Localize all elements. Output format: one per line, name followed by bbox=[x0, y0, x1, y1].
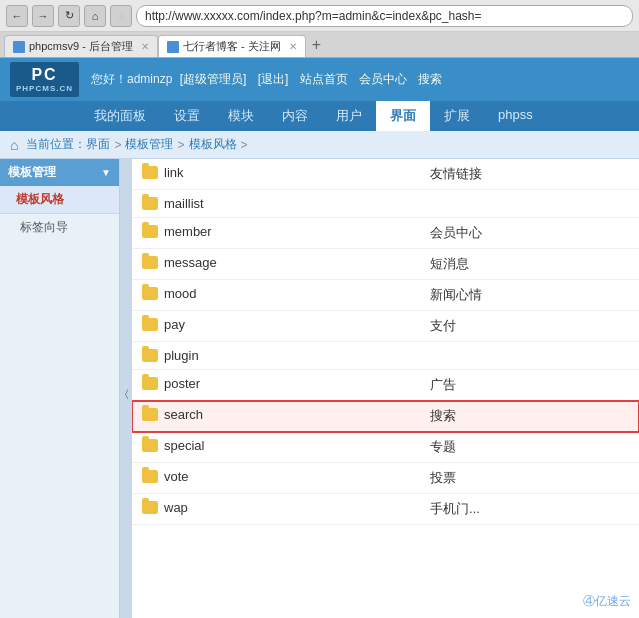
forward-button[interactable]: → bbox=[32, 5, 54, 27]
cms-logo-text: PC bbox=[31, 66, 57, 84]
folder-icon bbox=[142, 225, 158, 238]
breadcrumb-sep3: > bbox=[177, 138, 184, 152]
file-name: pay bbox=[164, 317, 185, 332]
file-name: plugin bbox=[164, 348, 199, 363]
tab-qixingzhe[interactable]: 七行者博客 - 关注网 ✕ bbox=[158, 35, 306, 57]
table-row[interactable]: pay支付 bbox=[132, 311, 639, 342]
sidebar-item-tag-wizard[interactable]: 标签向导 bbox=[0, 214, 119, 241]
new-tab-button[interactable]: + bbox=[306, 33, 327, 57]
file-name: search bbox=[164, 407, 203, 422]
nav-settings[interactable]: 设置 bbox=[160, 101, 214, 131]
refresh-button[interactable]: ↻ bbox=[58, 5, 80, 27]
table-row[interactable]: search搜索 bbox=[132, 401, 639, 432]
table-row[interactable]: special专题 bbox=[132, 432, 639, 463]
cms-nav: 我的面板 设置 模块 内容 用户 界面 扩展 phpss bbox=[0, 101, 639, 131]
file-description: 友情链接 bbox=[420, 159, 639, 190]
folder-icon bbox=[142, 501, 158, 514]
home-icon: ⌂ bbox=[10, 137, 18, 153]
content-area: link友情链接maillistmember会员中心message短消息mood… bbox=[132, 159, 639, 618]
breadcrumb: ⌂ 当前位置：界面 > 模板管理 > 模板风格 > bbox=[0, 131, 639, 159]
role-link[interactable]: [超级管理员] bbox=[180, 72, 247, 86]
browser-toolbar: ← → ↻ ⌂ ★ bbox=[0, 0, 639, 32]
breadcrumb-sep2: > bbox=[114, 138, 121, 152]
folder-icon bbox=[142, 318, 158, 331]
table-row[interactable]: vote投票 bbox=[132, 463, 639, 494]
table-row[interactable]: link友情链接 bbox=[132, 159, 639, 190]
file-name-cell: link bbox=[132, 159, 305, 186]
table-row[interactable]: mood新闻心情 bbox=[132, 280, 639, 311]
table-row[interactable]: plugin bbox=[132, 342, 639, 370]
breadcrumb-current[interactable]: 当前位置：界面 bbox=[26, 136, 110, 153]
table-row[interactable]: maillist bbox=[132, 190, 639, 218]
breadcrumb-template-mgmt[interactable]: 模板管理 bbox=[125, 136, 173, 153]
file-name: wap bbox=[164, 500, 188, 515]
home-button[interactable]: ⌂ bbox=[84, 5, 106, 27]
tab-close-phpcms[interactable]: ✕ bbox=[141, 41, 149, 52]
nav-dashboard[interactable]: 我的面板 bbox=[80, 101, 160, 131]
file-name-cell: vote bbox=[132, 463, 305, 490]
file-description: 会员中心 bbox=[420, 218, 639, 249]
tab-close-qixingzhe[interactable]: ✕ bbox=[289, 41, 297, 52]
logout-link[interactable]: [退出] bbox=[258, 72, 289, 86]
table-row[interactable]: member会员中心 bbox=[132, 218, 639, 249]
folder-icon bbox=[142, 349, 158, 362]
member-center-link[interactable]: 会员中心 bbox=[359, 72, 407, 86]
tab-icon-qixingzhe bbox=[167, 41, 179, 53]
file-description: 广告 bbox=[420, 370, 639, 401]
folder-icon bbox=[142, 408, 158, 421]
file-description bbox=[420, 190, 639, 218]
watermark: ④亿速云 bbox=[583, 593, 631, 610]
file-name: link bbox=[164, 165, 184, 180]
nav-interface[interactable]: 界面 bbox=[376, 101, 430, 131]
url-bar[interactable] bbox=[136, 5, 633, 27]
file-name-cell: message bbox=[132, 249, 305, 276]
table-row[interactable]: message短消息 bbox=[132, 249, 639, 280]
bookmark-button[interactable]: ★ bbox=[110, 5, 132, 27]
file-name-cell: mood bbox=[132, 280, 305, 307]
search-link[interactable]: 搜索 bbox=[418, 72, 442, 86]
file-description bbox=[420, 342, 639, 370]
file-name-cell: plugin bbox=[132, 342, 305, 369]
nav-phpsso[interactable]: phpss bbox=[484, 101, 547, 131]
back-button[interactable]: ← bbox=[6, 5, 28, 27]
file-name-cell: poster bbox=[132, 370, 305, 397]
file-description: 手机门... bbox=[420, 494, 639, 525]
table-row[interactable]: poster广告 bbox=[132, 370, 639, 401]
file-name: maillist bbox=[164, 196, 204, 211]
folder-icon bbox=[142, 377, 158, 390]
file-name: special bbox=[164, 438, 204, 453]
file-name: message bbox=[164, 255, 217, 270]
breadcrumb-sep4: > bbox=[241, 138, 248, 152]
file-name: member bbox=[164, 224, 212, 239]
file-name-cell: special bbox=[132, 432, 305, 459]
folder-icon bbox=[142, 287, 158, 300]
sidebar-collapse-btn[interactable]: ▼ bbox=[101, 167, 111, 178]
nav-modules[interactable]: 模块 bbox=[214, 101, 268, 131]
tab-label-phpcms: phpcmsv9 - 后台管理 bbox=[29, 39, 133, 54]
folder-icon bbox=[142, 197, 158, 210]
sidebar: 模板管理 ▼ 模板风格 标签向导 bbox=[0, 159, 120, 618]
file-name: poster bbox=[164, 376, 200, 391]
file-description: 搜索 bbox=[420, 401, 639, 432]
folder-icon bbox=[142, 256, 158, 269]
file-description: 新闻心情 bbox=[420, 280, 639, 311]
cms-header: PC PHPCMS.CN 您好！adminzp [超级管理员] [退出] 站点首… bbox=[0, 58, 639, 131]
folder-icon bbox=[142, 439, 158, 452]
cms-top-bar: PC PHPCMS.CN 您好！adminzp [超级管理员] [退出] 站点首… bbox=[0, 58, 639, 101]
breadcrumb-template-style[interactable]: 模板风格 bbox=[189, 136, 237, 153]
table-row[interactable]: wap手机门... bbox=[132, 494, 639, 525]
folder-icon bbox=[142, 166, 158, 179]
cms-user-info: 您好！adminzp [超级管理员] [退出] 站点首页 会员中心 搜索 bbox=[91, 71, 629, 88]
nav-users[interactable]: 用户 bbox=[322, 101, 376, 131]
sidebar-item-template-style[interactable]: 模板风格 bbox=[0, 186, 119, 214]
nav-extend[interactable]: 扩展 bbox=[430, 101, 484, 131]
file-description: 短消息 bbox=[420, 249, 639, 280]
sidebar-collapse-handle[interactable]: 〈 bbox=[120, 159, 132, 618]
file-description: 支付 bbox=[420, 311, 639, 342]
tab-label-qixingzhe: 七行者博客 - 关注网 bbox=[183, 39, 281, 54]
nav-content[interactable]: 内容 bbox=[268, 101, 322, 131]
tab-phpcms[interactable]: phpcmsv9 - 后台管理 ✕ bbox=[4, 35, 158, 57]
folder-icon bbox=[142, 470, 158, 483]
site-home-link[interactable]: 站点首页 bbox=[300, 72, 348, 86]
file-name-cell: maillist bbox=[132, 190, 305, 217]
